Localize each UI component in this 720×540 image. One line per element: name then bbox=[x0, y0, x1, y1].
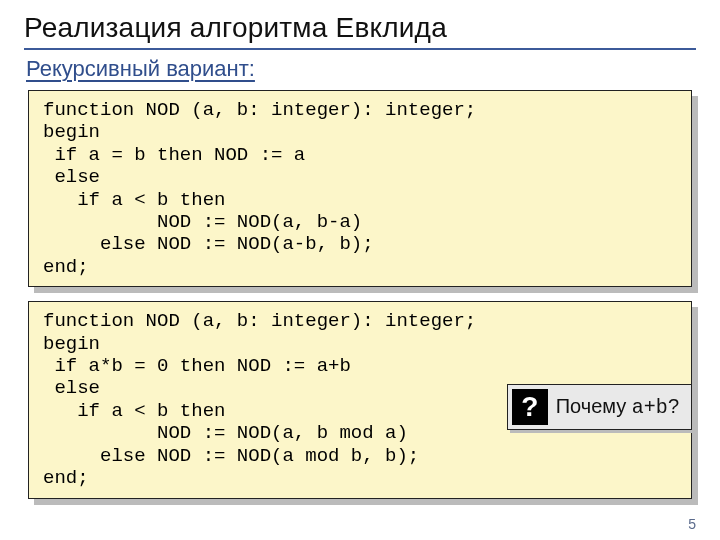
slide: Реализация алгоритма Евклида Рекурсивный… bbox=[0, 0, 720, 521]
question-callout: ? Почему a+b? bbox=[507, 384, 692, 430]
callout-code: a+b bbox=[632, 396, 668, 419]
question-icon: ? bbox=[512, 389, 548, 425]
callout-text: Почему a+b? bbox=[556, 395, 679, 419]
page-number: 5 bbox=[688, 516, 696, 532]
code-block-1: function NOD (a, b: integer): integer; b… bbox=[28, 90, 692, 287]
title-rule bbox=[24, 48, 696, 50]
callout-suffix: ? bbox=[668, 395, 679, 417]
page-title: Реализация алгоритма Евклида bbox=[24, 12, 696, 44]
subtitle: Рекурсивный вариант: bbox=[26, 56, 696, 82]
code-block-1-wrap: function NOD (a, b: integer): integer; b… bbox=[28, 90, 692, 287]
callout-prefix: Почему bbox=[556, 395, 632, 417]
